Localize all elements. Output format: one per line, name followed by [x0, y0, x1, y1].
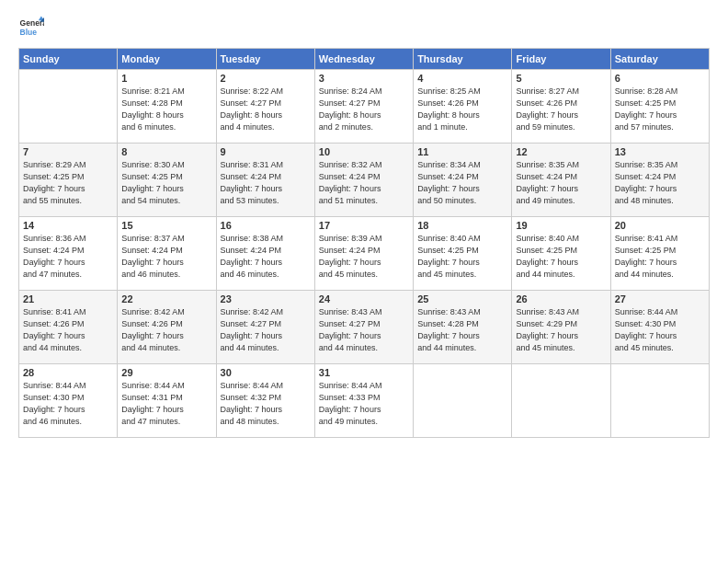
day-info: Sunrise: 8:39 AM Sunset: 4:24 PM Dayligh… — [319, 233, 409, 281]
calendar-table: SundayMondayTuesdayWednesdayThursdayFrid… — [18, 48, 710, 438]
day-number: 31 — [319, 367, 409, 378]
svg-text:Blue: Blue — [20, 28, 38, 37]
day-number: 13 — [615, 146, 705, 157]
day-cell — [512, 364, 610, 438]
day-info: Sunrise: 8:43 AM Sunset: 4:27 PM Dayligh… — [319, 306, 409, 354]
day-cell: 26Sunrise: 8:43 AM Sunset: 4:29 PM Dayli… — [512, 291, 610, 364]
day-number: 28 — [23, 367, 113, 378]
day-number: 18 — [417, 220, 507, 231]
day-cell: 8Sunrise: 8:30 AM Sunset: 4:25 PM Daylig… — [118, 144, 216, 217]
day-number: 15 — [121, 220, 211, 231]
day-info: Sunrise: 8:34 AM Sunset: 4:24 PM Dayligh… — [417, 159, 507, 207]
day-cell — [414, 364, 512, 438]
day-number: 10 — [319, 146, 409, 157]
day-cell: 11Sunrise: 8:34 AM Sunset: 4:24 PM Dayli… — [414, 144, 512, 217]
day-info: Sunrise: 8:43 AM Sunset: 4:29 PM Dayligh… — [516, 306, 606, 354]
day-cell: 30Sunrise: 8:44 AM Sunset: 4:32 PM Dayli… — [216, 364, 314, 438]
day-cell — [19, 70, 118, 144]
day-info: Sunrise: 8:31 AM Sunset: 4:24 PM Dayligh… — [221, 159, 311, 207]
day-number: 22 — [121, 293, 211, 304]
day-info: Sunrise: 8:40 AM Sunset: 4:25 PM Dayligh… — [417, 233, 507, 281]
logo-icon: General Blue — [18, 15, 44, 40]
week-row-2: 7Sunrise: 8:29 AM Sunset: 4:25 PM Daylig… — [19, 144, 710, 217]
day-cell: 7Sunrise: 8:29 AM Sunset: 4:25 PM Daylig… — [19, 144, 118, 217]
day-cell: 3Sunrise: 8:24 AM Sunset: 4:27 PM Daylig… — [314, 70, 413, 144]
day-info: Sunrise: 8:25 AM Sunset: 4:26 PM Dayligh… — [417, 86, 507, 133]
day-number: 1 — [121, 73, 211, 84]
col-header-friday: Friday — [512, 49, 610, 70]
col-header-tuesday: Tuesday — [216, 49, 314, 70]
day-cell: 4Sunrise: 8:25 AM Sunset: 4:26 PM Daylig… — [414, 70, 512, 144]
day-info: Sunrise: 8:30 AM Sunset: 4:25 PM Dayligh… — [121, 159, 211, 207]
day-info: Sunrise: 8:22 AM Sunset: 4:27 PM Dayligh… — [221, 86, 311, 133]
day-info: Sunrise: 8:36 AM Sunset: 4:24 PM Dayligh… — [23, 233, 113, 281]
day-info: Sunrise: 8:24 AM Sunset: 4:27 PM Dayligh… — [319, 86, 409, 133]
day-info: Sunrise: 8:42 AM Sunset: 4:26 PM Dayligh… — [121, 306, 211, 354]
day-info: Sunrise: 8:44 AM Sunset: 4:31 PM Dayligh… — [121, 380, 211, 428]
week-row-5: 28Sunrise: 8:44 AM Sunset: 4:30 PM Dayli… — [19, 364, 710, 438]
day-info: Sunrise: 8:28 AM Sunset: 4:25 PM Dayligh… — [615, 86, 705, 133]
day-cell: 9Sunrise: 8:31 AM Sunset: 4:24 PM Daylig… — [216, 144, 314, 217]
day-number: 23 — [221, 293, 311, 304]
day-info: Sunrise: 8:41 AM Sunset: 4:26 PM Dayligh… — [23, 306, 113, 354]
day-cell: 2Sunrise: 8:22 AM Sunset: 4:27 PM Daylig… — [216, 70, 314, 144]
day-info: Sunrise: 8:44 AM Sunset: 4:32 PM Dayligh… — [221, 380, 311, 428]
day-cell: 13Sunrise: 8:35 AM Sunset: 4:24 PM Dayli… — [610, 144, 709, 217]
day-number: 3 — [319, 73, 409, 84]
day-info: Sunrise: 8:32 AM Sunset: 4:24 PM Dayligh… — [319, 159, 409, 207]
day-cell: 24Sunrise: 8:43 AM Sunset: 4:27 PM Dayli… — [314, 291, 413, 364]
day-number: 17 — [319, 220, 409, 231]
day-number: 27 — [615, 293, 705, 304]
day-number: 6 — [615, 73, 705, 84]
day-info: Sunrise: 8:38 AM Sunset: 4:24 PM Dayligh… — [221, 233, 311, 281]
col-header-thursday: Thursday — [414, 49, 512, 70]
day-info: Sunrise: 8:42 AM Sunset: 4:27 PM Dayligh… — [221, 306, 311, 354]
day-info: Sunrise: 8:41 AM Sunset: 4:25 PM Dayligh… — [615, 233, 705, 281]
day-cell: 28Sunrise: 8:44 AM Sunset: 4:30 PM Dayli… — [19, 364, 118, 438]
day-info: Sunrise: 8:27 AM Sunset: 4:26 PM Dayligh… — [516, 86, 606, 133]
week-row-3: 14Sunrise: 8:36 AM Sunset: 4:24 PM Dayli… — [19, 217, 710, 291]
logo: General Blue — [18, 15, 44, 40]
day-cell: 23Sunrise: 8:42 AM Sunset: 4:27 PM Dayli… — [216, 291, 314, 364]
header: General Blue — [18, 15, 710, 40]
day-info: Sunrise: 8:44 AM Sunset: 4:30 PM Dayligh… — [615, 306, 705, 354]
day-cell: 21Sunrise: 8:41 AM Sunset: 4:26 PM Dayli… — [19, 291, 118, 364]
day-number: 26 — [516, 293, 606, 304]
day-cell: 20Sunrise: 8:41 AM Sunset: 4:25 PM Dayli… — [610, 217, 709, 291]
col-header-sunday: Sunday — [19, 49, 118, 70]
day-number: 8 — [121, 146, 211, 157]
day-info: Sunrise: 8:44 AM Sunset: 4:33 PM Dayligh… — [319, 380, 409, 428]
day-cell: 18Sunrise: 8:40 AM Sunset: 4:25 PM Dayli… — [414, 217, 512, 291]
col-header-wednesday: Wednesday — [314, 49, 413, 70]
header-row: SundayMondayTuesdayWednesdayThursdayFrid… — [19, 49, 710, 70]
day-info: Sunrise: 8:35 AM Sunset: 4:24 PM Dayligh… — [615, 159, 705, 207]
day-number: 16 — [221, 220, 311, 231]
day-number: 29 — [121, 367, 211, 378]
day-number: 12 — [516, 146, 606, 157]
week-row-4: 21Sunrise: 8:41 AM Sunset: 4:26 PM Dayli… — [19, 291, 710, 364]
day-number: 25 — [417, 293, 507, 304]
day-cell: 6Sunrise: 8:28 AM Sunset: 4:25 PM Daylig… — [610, 70, 709, 144]
day-cell: 19Sunrise: 8:40 AM Sunset: 4:25 PM Dayli… — [512, 217, 610, 291]
col-header-saturday: Saturday — [610, 49, 709, 70]
day-number: 4 — [417, 73, 507, 84]
day-cell: 17Sunrise: 8:39 AM Sunset: 4:24 PM Dayli… — [314, 217, 413, 291]
day-number: 5 — [516, 73, 606, 84]
day-number: 14 — [23, 220, 113, 231]
day-cell: 25Sunrise: 8:43 AM Sunset: 4:28 PM Dayli… — [414, 291, 512, 364]
day-info: Sunrise: 8:43 AM Sunset: 4:28 PM Dayligh… — [417, 306, 507, 354]
day-info: Sunrise: 8:40 AM Sunset: 4:25 PM Dayligh… — [516, 233, 606, 281]
day-number: 24 — [319, 293, 409, 304]
day-cell: 27Sunrise: 8:44 AM Sunset: 4:30 PM Dayli… — [610, 291, 709, 364]
day-cell: 15Sunrise: 8:37 AM Sunset: 4:24 PM Dayli… — [118, 217, 216, 291]
day-info: Sunrise: 8:44 AM Sunset: 4:30 PM Dayligh… — [23, 380, 113, 428]
day-number: 11 — [417, 146, 507, 157]
page: General Blue SundayMondayTuesdayWednesda… — [0, 0, 728, 563]
day-info: Sunrise: 8:37 AM Sunset: 4:24 PM Dayligh… — [121, 233, 211, 281]
day-info: Sunrise: 8:29 AM Sunset: 4:25 PM Dayligh… — [23, 159, 113, 207]
day-number: 30 — [221, 367, 311, 378]
day-number: 2 — [221, 73, 311, 84]
day-cell: 12Sunrise: 8:35 AM Sunset: 4:24 PM Dayli… — [512, 144, 610, 217]
day-number: 19 — [516, 220, 606, 231]
day-number: 7 — [23, 146, 113, 157]
